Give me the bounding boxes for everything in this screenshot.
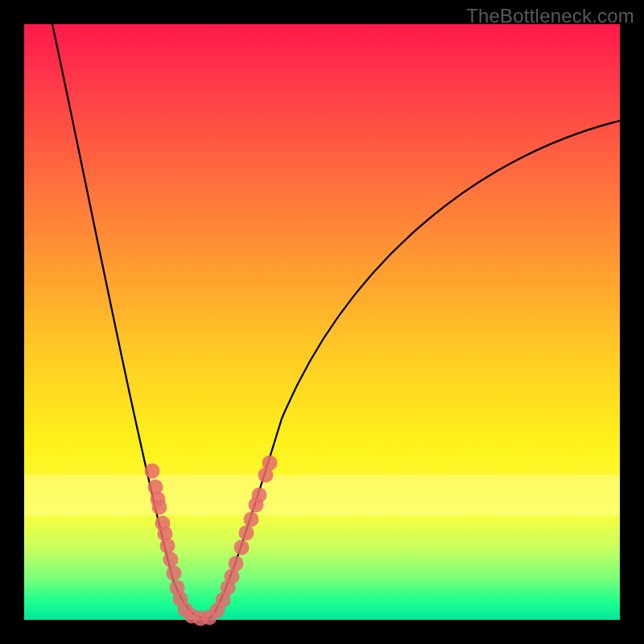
plot-area <box>24 24 620 620</box>
data-point-marker <box>252 488 267 503</box>
data-point-marker <box>160 539 175 554</box>
data-point-marker <box>167 566 182 581</box>
data-point-marker <box>262 456 278 471</box>
data-point-marker <box>234 540 250 555</box>
marker-group <box>145 456 278 626</box>
data-point-marker <box>244 512 259 527</box>
data-point-marker <box>229 556 244 572</box>
data-point-marker <box>163 552 179 568</box>
chart-frame: TheBottleneck.com <box>0 0 644 644</box>
watermark-text: TheBottleneck.com <box>466 5 634 27</box>
data-point-marker <box>145 464 160 479</box>
data-point-marker <box>239 526 254 541</box>
curve-path <box>52 24 620 618</box>
data-point-marker <box>152 500 167 515</box>
plot-svg <box>24 24 620 620</box>
